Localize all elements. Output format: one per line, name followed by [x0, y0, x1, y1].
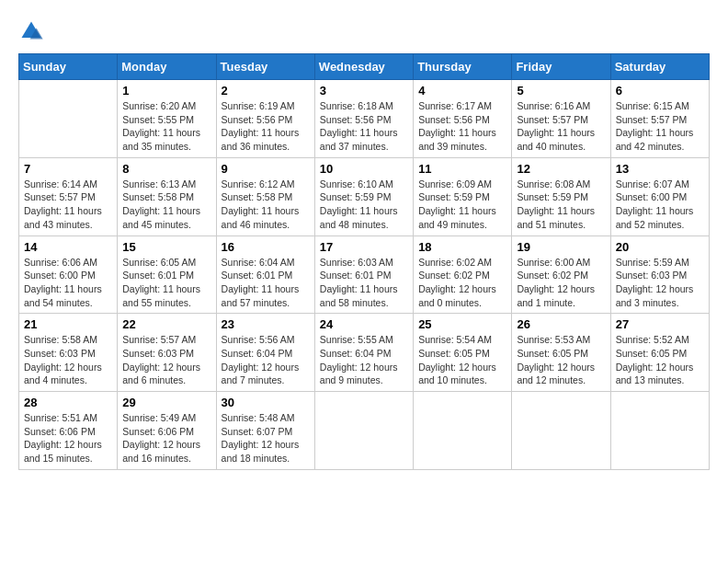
day-number: 7 [24, 162, 112, 176]
header-row: SundayMondayTuesdayWednesdayThursdayFrid… [19, 54, 710, 80]
day-cell: 21Sunrise: 5:58 AMSunset: 6:03 PMDayligh… [19, 314, 118, 392]
day-info: Sunrise: 6:09 AMSunset: 5:59 PMDaylight:… [418, 178, 506, 232]
week-row-5: 28Sunrise: 5:51 AMSunset: 6:06 PMDayligh… [19, 392, 710, 470]
day-info: Sunrise: 6:10 AMSunset: 5:59 PMDaylight:… [320, 178, 408, 232]
day-cell: 27Sunrise: 5:52 AMSunset: 6:05 PMDayligh… [610, 314, 709, 392]
day-cell: 6Sunrise: 6:15 AMSunset: 5:57 PMDaylight… [610, 80, 709, 158]
day-info: Sunrise: 6:06 AMSunset: 6:00 PMDaylight:… [24, 256, 112, 310]
header-cell-tuesday: Tuesday [216, 54, 314, 80]
day-number: 12 [517, 162, 605, 176]
day-info: Sunrise: 5:55 AMSunset: 6:04 PMDaylight:… [320, 333, 408, 387]
day-info: Sunrise: 5:58 AMSunset: 6:03 PMDaylight:… [24, 333, 112, 387]
day-info: Sunrise: 6:19 AMSunset: 5:56 PMDaylight:… [222, 99, 310, 154]
calendar-table: SundayMondayTuesdayWednesdayThursdayFrid… [18, 53, 710, 470]
day-cell: 3Sunrise: 6:18 AMSunset: 5:56 PMDaylight… [314, 80, 413, 158]
day-number: 6 [616, 84, 704, 98]
day-cell: 1Sunrise: 6:20 AMSunset: 5:55 PMDaylight… [118, 80, 216, 158]
day-cell: 5Sunrise: 6:16 AMSunset: 5:57 PMDaylight… [512, 80, 610, 158]
week-row-4: 21Sunrise: 5:58 AMSunset: 6:03 PMDayligh… [19, 314, 710, 392]
header-cell-friday: Friday [512, 54, 610, 80]
day-info: Sunrise: 6:07 AMSunset: 6:00 PMDaylight:… [616, 178, 704, 232]
day-cell: 2Sunrise: 6:19 AMSunset: 5:56 PMDaylight… [216, 80, 314, 158]
day-number: 9 [222, 162, 310, 176]
day-cell: 16Sunrise: 6:04 AMSunset: 6:01 PMDayligh… [216, 236, 314, 314]
day-info: Sunrise: 5:48 AMSunset: 6:07 PMDaylight:… [222, 411, 310, 465]
header-cell-saturday: Saturday [610, 54, 709, 80]
day-number: 4 [418, 84, 506, 98]
day-cell: 25Sunrise: 5:54 AMSunset: 6:05 PMDayligh… [414, 314, 512, 392]
day-cell: 28Sunrise: 5:51 AMSunset: 6:06 PMDayligh… [19, 392, 118, 470]
day-info: Sunrise: 5:54 AMSunset: 6:05 PMDaylight:… [418, 333, 506, 387]
day-cell: 24Sunrise: 5:55 AMSunset: 6:04 PMDayligh… [314, 314, 413, 392]
header-cell-monday: Monday [118, 54, 216, 80]
day-cell: 15Sunrise: 6:05 AMSunset: 6:01 PMDayligh… [118, 236, 216, 314]
day-cell: 10Sunrise: 6:10 AMSunset: 5:59 PMDayligh… [314, 157, 413, 236]
day-cell: 9Sunrise: 6:12 AMSunset: 5:58 PMDaylight… [216, 157, 314, 236]
day-number: 22 [122, 317, 210, 331]
day-cell [19, 80, 118, 158]
day-info: Sunrise: 5:49 AMSunset: 6:06 PMDaylight:… [122, 411, 210, 465]
day-cell: 13Sunrise: 6:07 AMSunset: 6:00 PMDayligh… [610, 157, 709, 236]
calendar-body: 1Sunrise: 6:20 AMSunset: 5:55 PMDaylight… [19, 80, 710, 470]
day-info: Sunrise: 6:12 AMSunset: 5:58 PMDaylight:… [222, 178, 310, 232]
day-number: 29 [122, 396, 210, 409]
day-number: 13 [616, 162, 704, 176]
day-number: 27 [616, 317, 704, 331]
day-number: 24 [320, 317, 408, 331]
day-info: Sunrise: 6:18 AMSunset: 5:56 PMDaylight:… [320, 99, 408, 154]
calendar-header: SundayMondayTuesdayWednesdayThursdayFrid… [19, 54, 710, 80]
day-info: Sunrise: 5:59 AMSunset: 6:03 PMDaylight:… [616, 256, 704, 310]
day-number: 30 [222, 396, 310, 409]
day-cell: 14Sunrise: 6:06 AMSunset: 6:00 PMDayligh… [19, 236, 118, 314]
day-info: Sunrise: 5:57 AMSunset: 6:03 PMDaylight:… [122, 333, 210, 387]
day-number: 1 [122, 84, 210, 98]
day-cell: 7Sunrise: 6:14 AMSunset: 5:57 PMDaylight… [19, 157, 118, 236]
day-info: Sunrise: 6:17 AMSunset: 5:56 PMDaylight:… [418, 99, 506, 154]
day-number: 5 [517, 84, 605, 98]
header-cell-sunday: Sunday [19, 54, 118, 80]
day-cell [512, 392, 610, 470]
day-info: Sunrise: 6:05 AMSunset: 6:01 PMDaylight:… [122, 256, 210, 310]
day-info: Sunrise: 5:53 AMSunset: 6:05 PMDaylight:… [517, 333, 605, 387]
day-number: 21 [24, 317, 112, 331]
day-cell: 18Sunrise: 6:02 AMSunset: 6:02 PMDayligh… [414, 236, 512, 314]
day-number: 16 [222, 240, 310, 254]
logo-icon [18, 18, 44, 44]
day-info: Sunrise: 6:03 AMSunset: 6:01 PMDaylight:… [320, 256, 408, 310]
day-cell: 12Sunrise: 6:08 AMSunset: 5:59 PMDayligh… [512, 157, 610, 236]
day-cell: 4Sunrise: 6:17 AMSunset: 5:56 PMDaylight… [414, 80, 512, 158]
week-row-2: 7Sunrise: 6:14 AMSunset: 5:57 PMDaylight… [19, 157, 710, 236]
day-cell [314, 392, 413, 470]
header-cell-wednesday: Wednesday [314, 54, 413, 80]
day-number: 17 [320, 240, 408, 254]
day-number: 25 [418, 317, 506, 331]
day-cell: 20Sunrise: 5:59 AMSunset: 6:03 PMDayligh… [610, 236, 709, 314]
header-cell-thursday: Thursday [414, 54, 512, 80]
week-row-1: 1Sunrise: 6:20 AMSunset: 5:55 PMDaylight… [19, 80, 710, 158]
logo [18, 18, 48, 44]
day-number: 18 [418, 240, 506, 254]
day-cell [610, 392, 709, 470]
day-number: 11 [418, 162, 506, 176]
day-cell: 23Sunrise: 5:56 AMSunset: 6:04 PMDayligh… [216, 314, 314, 392]
day-number: 10 [320, 162, 408, 176]
day-cell: 19Sunrise: 6:00 AMSunset: 6:02 PMDayligh… [512, 236, 610, 314]
week-row-3: 14Sunrise: 6:06 AMSunset: 6:00 PMDayligh… [19, 236, 710, 314]
day-info: Sunrise: 6:16 AMSunset: 5:57 PMDaylight:… [517, 99, 605, 154]
page-header [18, 18, 710, 44]
day-number: 26 [517, 317, 605, 331]
day-cell: 26Sunrise: 5:53 AMSunset: 6:05 PMDayligh… [512, 314, 610, 392]
day-number: 8 [122, 162, 210, 176]
day-info: Sunrise: 6:02 AMSunset: 6:02 PMDaylight:… [418, 256, 506, 310]
day-info: Sunrise: 5:52 AMSunset: 6:05 PMDaylight:… [616, 333, 704, 387]
day-cell: 17Sunrise: 6:03 AMSunset: 6:01 PMDayligh… [314, 236, 413, 314]
day-info: Sunrise: 5:51 AMSunset: 6:06 PMDaylight:… [24, 411, 112, 465]
day-number: 19 [517, 240, 605, 254]
day-cell: 29Sunrise: 5:49 AMSunset: 6:06 PMDayligh… [118, 392, 216, 470]
day-info: Sunrise: 6:00 AMSunset: 6:02 PMDaylight:… [517, 256, 605, 310]
day-number: 15 [122, 240, 210, 254]
day-info: Sunrise: 5:56 AMSunset: 6:04 PMDaylight:… [222, 333, 310, 387]
day-info: Sunrise: 6:15 AMSunset: 5:57 PMDaylight:… [616, 99, 704, 154]
day-number: 23 [222, 317, 310, 331]
day-info: Sunrise: 6:20 AMSunset: 5:55 PMDaylight:… [122, 99, 210, 154]
